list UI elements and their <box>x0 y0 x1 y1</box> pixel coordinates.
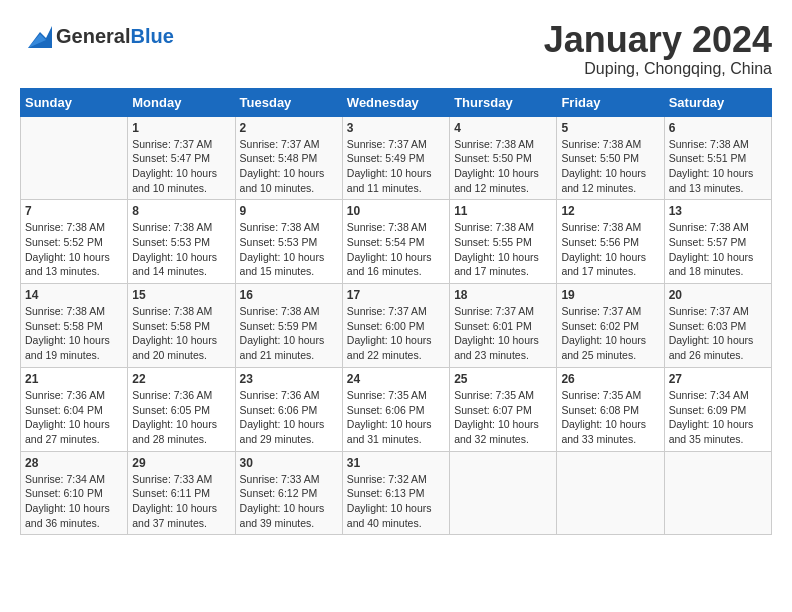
day-number: 28 <box>25 456 123 470</box>
day-info: Sunrise: 7:36 AMSunset: 6:04 PMDaylight:… <box>25 388 123 447</box>
calendar-cell-w2-d3: 10Sunrise: 7:38 AMSunset: 5:54 PMDayligh… <box>342 200 449 284</box>
day-number: 16 <box>240 288 338 302</box>
col-wednesday: Wednesday <box>342 88 449 116</box>
day-number: 7 <box>25 204 123 218</box>
day-number: 25 <box>454 372 552 386</box>
day-number: 20 <box>669 288 767 302</box>
day-number: 29 <box>132 456 230 470</box>
calendar-cell-w4-d4: 25Sunrise: 7:35 AMSunset: 6:07 PMDayligh… <box>450 367 557 451</box>
day-info: Sunrise: 7:37 AMSunset: 5:48 PMDaylight:… <box>240 137 338 196</box>
day-number: 10 <box>347 204 445 218</box>
calendar-title: January 2024 <box>544 20 772 60</box>
day-info: Sunrise: 7:37 AMSunset: 6:00 PMDaylight:… <box>347 304 445 363</box>
col-saturday: Saturday <box>664 88 771 116</box>
day-info: Sunrise: 7:37 AMSunset: 5:49 PMDaylight:… <box>347 137 445 196</box>
calendar-week-3: 14Sunrise: 7:38 AMSunset: 5:58 PMDayligh… <box>21 284 772 368</box>
calendar-cell-w5-d1: 29Sunrise: 7:33 AMSunset: 6:11 PMDayligh… <box>128 451 235 535</box>
day-info: Sunrise: 7:37 AMSunset: 6:02 PMDaylight:… <box>561 304 659 363</box>
day-number: 31 <box>347 456 445 470</box>
day-number: 12 <box>561 204 659 218</box>
calendar-cell-w1-d4: 4Sunrise: 7:38 AMSunset: 5:50 PMDaylight… <box>450 116 557 200</box>
calendar-cell-w4-d3: 24Sunrise: 7:35 AMSunset: 6:06 PMDayligh… <box>342 367 449 451</box>
day-info: Sunrise: 7:35 AMSunset: 6:08 PMDaylight:… <box>561 388 659 447</box>
logo-general: General <box>56 25 130 47</box>
calendar-week-1: 1Sunrise: 7:37 AMSunset: 5:47 PMDaylight… <box>21 116 772 200</box>
day-info: Sunrise: 7:38 AMSunset: 5:57 PMDaylight:… <box>669 220 767 279</box>
calendar-cell-w1-d6: 6Sunrise: 7:38 AMSunset: 5:51 PMDaylight… <box>664 116 771 200</box>
col-monday: Monday <box>128 88 235 116</box>
day-number: 30 <box>240 456 338 470</box>
day-info: Sunrise: 7:37 AMSunset: 6:03 PMDaylight:… <box>669 304 767 363</box>
day-info: Sunrise: 7:38 AMSunset: 5:51 PMDaylight:… <box>669 137 767 196</box>
calendar-cell-w1-d5: 5Sunrise: 7:38 AMSunset: 5:50 PMDaylight… <box>557 116 664 200</box>
day-info: Sunrise: 7:38 AMSunset: 5:50 PMDaylight:… <box>454 137 552 196</box>
day-number: 9 <box>240 204 338 218</box>
calendar-cell-w2-d0: 7Sunrise: 7:38 AMSunset: 5:52 PMDaylight… <box>21 200 128 284</box>
day-number: 19 <box>561 288 659 302</box>
calendar-cell-w2-d5: 12Sunrise: 7:38 AMSunset: 5:56 PMDayligh… <box>557 200 664 284</box>
day-info: Sunrise: 7:38 AMSunset: 5:53 PMDaylight:… <box>132 220 230 279</box>
calendar-cell-w3-d6: 20Sunrise: 7:37 AMSunset: 6:03 PMDayligh… <box>664 284 771 368</box>
calendar-cell-w3-d3: 17Sunrise: 7:37 AMSunset: 6:00 PMDayligh… <box>342 284 449 368</box>
calendar-cell-w2-d4: 11Sunrise: 7:38 AMSunset: 5:55 PMDayligh… <box>450 200 557 284</box>
calendar-week-5: 28Sunrise: 7:34 AMSunset: 6:10 PMDayligh… <box>21 451 772 535</box>
calendar-cell-w4-d1: 22Sunrise: 7:36 AMSunset: 6:05 PMDayligh… <box>128 367 235 451</box>
day-info: Sunrise: 7:38 AMSunset: 5:58 PMDaylight:… <box>132 304 230 363</box>
day-number: 3 <box>347 121 445 135</box>
calendar-cell-w5-d4 <box>450 451 557 535</box>
calendar-cell-w3-d0: 14Sunrise: 7:38 AMSunset: 5:58 PMDayligh… <box>21 284 128 368</box>
calendar-cell-w2-d2: 9Sunrise: 7:38 AMSunset: 5:53 PMDaylight… <box>235 200 342 284</box>
calendar-header-row: Sunday Monday Tuesday Wednesday Thursday… <box>21 88 772 116</box>
calendar-cell-w1-d1: 1Sunrise: 7:37 AMSunset: 5:47 PMDaylight… <box>128 116 235 200</box>
calendar-cell-w5-d0: 28Sunrise: 7:34 AMSunset: 6:10 PMDayligh… <box>21 451 128 535</box>
calendar-cell-w3-d5: 19Sunrise: 7:37 AMSunset: 6:02 PMDayligh… <box>557 284 664 368</box>
day-info: Sunrise: 7:38 AMSunset: 5:50 PMDaylight:… <box>561 137 659 196</box>
calendar-cell-w3-d1: 15Sunrise: 7:38 AMSunset: 5:58 PMDayligh… <box>128 284 235 368</box>
page-header: GeneralBlue January 2024 Duping, Chongqi… <box>20 20 772 78</box>
calendar-cell-w4-d2: 23Sunrise: 7:36 AMSunset: 6:06 PMDayligh… <box>235 367 342 451</box>
day-number: 2 <box>240 121 338 135</box>
day-info: Sunrise: 7:38 AMSunset: 5:59 PMDaylight:… <box>240 304 338 363</box>
calendar-cell-w1-d2: 2Sunrise: 7:37 AMSunset: 5:48 PMDaylight… <box>235 116 342 200</box>
day-number: 27 <box>669 372 767 386</box>
day-info: Sunrise: 7:34 AMSunset: 6:10 PMDaylight:… <box>25 472 123 531</box>
calendar-cell-w4-d6: 27Sunrise: 7:34 AMSunset: 6:09 PMDayligh… <box>664 367 771 451</box>
calendar-cell-w2-d6: 13Sunrise: 7:38 AMSunset: 5:57 PMDayligh… <box>664 200 771 284</box>
calendar-table: Sunday Monday Tuesday Wednesday Thursday… <box>20 88 772 536</box>
calendar-cell-w5-d5 <box>557 451 664 535</box>
day-number: 14 <box>25 288 123 302</box>
calendar-cell-w1-d3: 3Sunrise: 7:37 AMSunset: 5:49 PMDaylight… <box>342 116 449 200</box>
day-number: 13 <box>669 204 767 218</box>
col-tuesday: Tuesday <box>235 88 342 116</box>
calendar-cell-w5-d2: 30Sunrise: 7:33 AMSunset: 6:12 PMDayligh… <box>235 451 342 535</box>
day-info: Sunrise: 7:35 AMSunset: 6:06 PMDaylight:… <box>347 388 445 447</box>
day-number: 21 <box>25 372 123 386</box>
day-number: 18 <box>454 288 552 302</box>
calendar-cell-w4-d0: 21Sunrise: 7:36 AMSunset: 6:04 PMDayligh… <box>21 367 128 451</box>
day-number: 23 <box>240 372 338 386</box>
day-info: Sunrise: 7:38 AMSunset: 5:56 PMDaylight:… <box>561 220 659 279</box>
logo-icon <box>20 20 52 52</box>
calendar-cell-w3-d2: 16Sunrise: 7:38 AMSunset: 5:59 PMDayligh… <box>235 284 342 368</box>
calendar-cell-w2-d1: 8Sunrise: 7:38 AMSunset: 5:53 PMDaylight… <box>128 200 235 284</box>
day-info: Sunrise: 7:38 AMSunset: 5:58 PMDaylight:… <box>25 304 123 363</box>
col-thursday: Thursday <box>450 88 557 116</box>
day-number: 11 <box>454 204 552 218</box>
day-info: Sunrise: 7:37 AMSunset: 5:47 PMDaylight:… <box>132 137 230 196</box>
day-info: Sunrise: 7:36 AMSunset: 6:05 PMDaylight:… <box>132 388 230 447</box>
calendar-cell-w5-d3: 31Sunrise: 7:32 AMSunset: 6:13 PMDayligh… <box>342 451 449 535</box>
day-info: Sunrise: 7:36 AMSunset: 6:06 PMDaylight:… <box>240 388 338 447</box>
day-number: 15 <box>132 288 230 302</box>
day-number: 17 <box>347 288 445 302</box>
calendar-week-2: 7Sunrise: 7:38 AMSunset: 5:52 PMDaylight… <box>21 200 772 284</box>
day-number: 22 <box>132 372 230 386</box>
day-number: 8 <box>132 204 230 218</box>
calendar-cell-w3-d4: 18Sunrise: 7:37 AMSunset: 6:01 PMDayligh… <box>450 284 557 368</box>
col-friday: Friday <box>557 88 664 116</box>
calendar-cell-w4-d5: 26Sunrise: 7:35 AMSunset: 6:08 PMDayligh… <box>557 367 664 451</box>
col-sunday: Sunday <box>21 88 128 116</box>
calendar-cell-w5-d6 <box>664 451 771 535</box>
day-info: Sunrise: 7:38 AMSunset: 5:53 PMDaylight:… <box>240 220 338 279</box>
day-info: Sunrise: 7:32 AMSunset: 6:13 PMDaylight:… <box>347 472 445 531</box>
day-info: Sunrise: 7:38 AMSunset: 5:52 PMDaylight:… <box>25 220 123 279</box>
